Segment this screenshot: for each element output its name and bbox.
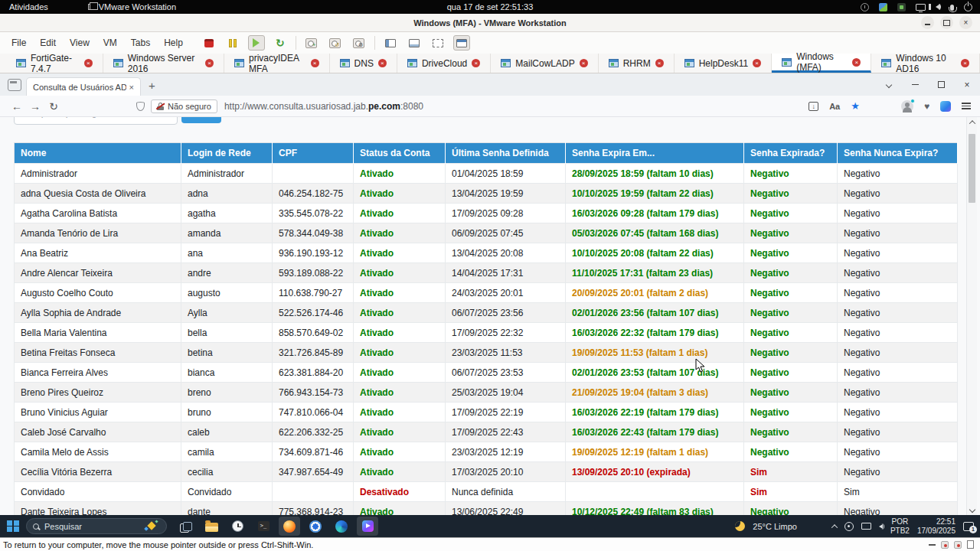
vm-tab-privacyidea-mfa[interactable]: privacyIDEA MFA×	[224, 54, 330, 73]
suspend-vm-icon[interactable]	[224, 35, 241, 51]
tray-app-icon[interactable]	[844, 522, 854, 531]
scroll-up-icon[interactable]	[969, 120, 975, 126]
close-button[interactable]: ×	[959, 16, 972, 29]
microphone-icon[interactable]	[950, 5, 954, 11]
clock-app-icon[interactable]	[227, 517, 248, 536]
menu-edit[interactable]: Edit	[33, 37, 63, 48]
weather-label[interactable]: 25°C Limpo	[753, 522, 797, 531]
activities-button[interactable]: Atividades	[9, 2, 48, 11]
tray-chevron-icon[interactable]	[831, 524, 838, 530]
power-off-vm-icon[interactable]	[201, 35, 217, 51]
browser-maximize-button[interactable]	[928, 73, 954, 96]
manage-snapshots-icon[interactable]: ⚙	[351, 35, 368, 51]
notification-icon[interactable]: 1	[963, 522, 974, 531]
favorite-star-icon[interactable]: ★	[851, 100, 860, 112]
ubuntu-app-entry[interactable]: VMware Workstation	[88, 2, 176, 11]
language-indicator[interactable]: PORPTB2	[890, 517, 910, 535]
tray-app-icon[interactable]	[897, 3, 906, 11]
scrollbar-thumb[interactable]	[969, 134, 975, 203]
not-secure-badge[interactable]: Não seguro	[151, 99, 217, 113]
clock-date[interactable]: 22:5117/09/2025	[917, 517, 956, 535]
menu-vm[interactable]: VM	[96, 37, 124, 48]
vm-tab-close-icon[interactable]: ×	[84, 59, 93, 67]
tracking-shield-icon[interactable]	[136, 102, 145, 111]
table-row: Aylla Sophia de AndradeAylla522.526.174-…	[15, 303, 958, 323]
forward-icon[interactable]: →	[26, 100, 44, 112]
vm-tab-close-icon[interactable]: ×	[580, 59, 588, 67]
browser-close-button[interactable]: ×	[954, 73, 980, 96]
timer-icon[interactable]	[861, 3, 869, 11]
copilot-icon[interactable]	[940, 101, 951, 112]
vm-tab-fortigate-7-4-7[interactable]: FortiGate-7.4.7×	[6, 54, 103, 73]
browser-globe-icon[interactable]	[305, 517, 326, 536]
scroll-down-icon[interactable]	[969, 507, 975, 513]
weather-moon-icon[interactable]	[735, 521, 745, 531]
vm-tab-dns[interactable]: DNS×	[330, 54, 397, 73]
refresh-icon[interactable]: ↻	[44, 100, 63, 112]
start-button[interactable]	[0, 515, 26, 537]
vm-tab-close-icon[interactable]: ×	[311, 59, 319, 67]
vm-tab-mailcowladp[interactable]: MailCowLADP×	[491, 54, 598, 73]
power-icon[interactable]	[964, 3, 972, 11]
vm-tab-windows-mfa-[interactable]: Windows (MFA)×	[772, 54, 871, 73]
back-icon[interactable]: ←	[8, 100, 26, 112]
browser-menu-icon[interactable]	[962, 103, 971, 109]
revert-snapshot-icon[interactable]: ↺	[327, 35, 344, 51]
tab-close-icon[interactable]: ×	[129, 83, 134, 92]
taskbar-search[interactable]: Pesquisar	[26, 518, 167, 534]
message-log-icon[interactable]	[967, 540, 974, 549]
media-player-icon[interactable]	[357, 517, 378, 536]
file-explorer-icon[interactable]	[201, 517, 222, 536]
vm-tab-close-icon[interactable]: ×	[753, 59, 761, 67]
vm-tab-windows-server-2016[interactable]: Windows Server 2016×	[103, 54, 224, 73]
firefox-icon[interactable]	[279, 517, 300, 536]
display-icon[interactable]	[916, 4, 926, 11]
take-snapshot-icon[interactable]: +	[303, 35, 320, 51]
vm-tab-windows-10-ad16[interactable]: Windows 10 AD16×	[871, 54, 980, 73]
browser-essentials-icon[interactable]: ♥	[924, 101, 929, 112]
search-login-input[interactable]	[14, 117, 178, 125]
minimize-button[interactable]	[921, 16, 934, 29]
summary-view-icon[interactable]	[453, 35, 470, 51]
vm-tab-close-icon[interactable]: ×	[852, 58, 861, 67]
vm-tab-drivecloud[interactable]: DriveCloud×	[397, 54, 491, 73]
profile-avatar[interactable]	[901, 100, 913, 112]
new-tab-button[interactable]: +	[149, 79, 155, 92]
vm-tab-close-icon[interactable]: ×	[961, 59, 969, 67]
vm-tab-close-icon[interactable]: ×	[378, 59, 387, 67]
play-vm-icon[interactable]	[248, 35, 265, 51]
speaker-icon[interactable]	[879, 524, 883, 529]
volume-icon[interactable]	[936, 4, 940, 10]
vm-tab-close-icon[interactable]: ×	[655, 59, 664, 67]
tab-actions-icon[interactable]	[8, 79, 21, 91]
page-scrollbar[interactable]	[966, 117, 977, 515]
vm-tab-rhrm[interactable]: RHRM×	[599, 54, 675, 73]
show-library-icon[interactable]	[382, 35, 399, 51]
ubuntu-clock[interactable]: qua 17 de set 22:51:33	[447, 0, 534, 14]
terminal-icon[interactable]: >_	[253, 517, 274, 536]
vm-tab-helpdesk11[interactable]: HelpDesk11×	[675, 54, 772, 73]
vm-tab-close-icon[interactable]: ×	[205, 59, 214, 67]
url-text[interactable]: http://www.consulta.usuariosad.jab.pe.co…	[224, 101, 423, 112]
task-view-icon[interactable]	[175, 517, 196, 536]
table-cell: Negativo	[744, 263, 838, 283]
message-bar-collapse-icon[interactable]	[929, 544, 936, 546]
console-view-icon[interactable]	[406, 35, 423, 51]
network-icon[interactable]	[861, 523, 871, 530]
menu-help[interactable]: Help	[157, 37, 190, 48]
maximize-button[interactable]	[940, 16, 953, 29]
browser-minimize-button[interactable]	[902, 73, 928, 96]
edge-icon[interactable]	[331, 517, 352, 536]
menu-file[interactable]: File	[5, 37, 33, 48]
save-page-icon[interactable]: ↓	[808, 102, 818, 111]
vmware-tray-icon[interactable]	[879, 3, 887, 11]
browser-tab[interactable]: Consulta de Usuários AD ×	[26, 77, 141, 96]
menu-view[interactable]: View	[63, 37, 96, 48]
search-button[interactable]: Pesquisar	[181, 117, 221, 123]
translate-icon[interactable]: Aa	[829, 102, 840, 111]
tab-list-chevron-icon[interactable]	[876, 73, 902, 96]
fullscreen-icon[interactable]	[430, 35, 446, 51]
menu-tabs[interactable]: Tabs	[124, 37, 157, 48]
reset-vm-icon[interactable]: ↻	[272, 35, 289, 51]
vm-tab-close-icon[interactable]: ×	[472, 59, 480, 67]
